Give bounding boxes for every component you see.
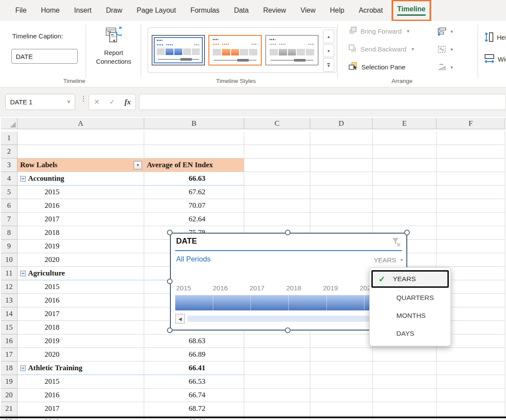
collapse-icon[interactable]: − xyxy=(20,365,26,371)
cancel-icon[interactable]: ✕ xyxy=(94,98,100,106)
cell-D5[interactable] xyxy=(310,186,373,199)
gallery-scroll-up-icon[interactable]: ▴ xyxy=(323,30,334,43)
timeline-style-gray[interactable] xyxy=(265,35,319,65)
group-objects-button[interactable]: ▾ xyxy=(437,45,453,54)
column-header-f[interactable]: F xyxy=(437,118,505,129)
cell-F9[interactable] xyxy=(437,240,505,253)
cell-A16[interactable]: 2019 xyxy=(17,334,144,348)
row-header-5[interactable]: 5 xyxy=(1,186,17,199)
cell-B21[interactable]: 68.72 xyxy=(144,402,244,416)
cell-D19[interactable] xyxy=(310,375,373,389)
bring-forward-button[interactable]: Bring Forward ▾ xyxy=(348,26,409,36)
timeline-style-blue[interactable] xyxy=(152,35,205,65)
cell-C3[interactable] xyxy=(244,158,310,172)
row-header-13[interactable]: 13 xyxy=(1,294,17,307)
tab-data[interactable]: Data xyxy=(234,7,249,14)
cell-B4[interactable]: 66.63 xyxy=(144,172,244,186)
timeline-style-orange[interactable] xyxy=(208,35,262,65)
cell-A3[interactable]: Row Labels▼ xyxy=(17,158,144,172)
cell-A19[interactable]: 2015 xyxy=(17,375,144,389)
row-header-4[interactable]: 4 xyxy=(1,172,17,186)
cell-E4[interactable] xyxy=(373,172,437,186)
cell-C18[interactable] xyxy=(244,361,310,375)
row-header-19[interactable]: 19 xyxy=(1,375,17,389)
cell-F1[interactable] xyxy=(437,131,505,145)
height-field[interactable]: Height xyxy=(484,31,506,43)
cell-D1[interactable] xyxy=(310,131,373,145)
cell-A10[interactable]: 2020 xyxy=(17,253,144,267)
row-header-7[interactable]: 7 xyxy=(1,213,17,226)
cell-A21[interactable]: 2017 xyxy=(17,402,144,416)
bar-segment-2017[interactable] xyxy=(251,295,289,310)
row-header-9[interactable]: 9 xyxy=(1,240,17,253)
cell-A9[interactable]: 2019 xyxy=(17,240,144,253)
tab-page-layout[interactable]: Page Layout xyxy=(137,7,176,14)
clear-filter-icon[interactable] xyxy=(391,236,402,248)
cell-B1[interactable] xyxy=(144,131,244,145)
cell-E18[interactable] xyxy=(373,361,437,375)
cell-B7[interactable]: 62.64 xyxy=(144,213,244,226)
collapse-icon[interactable]: − xyxy=(20,176,26,182)
cell-F2[interactable] xyxy=(437,145,505,158)
cell-E6[interactable] xyxy=(373,199,437,213)
tab-insert[interactable]: Insert xyxy=(74,7,91,14)
row-header-6[interactable]: 6 xyxy=(1,199,17,213)
gallery-more-icon[interactable]: ▾ xyxy=(323,58,334,72)
row-header-3[interactable]: 3 xyxy=(1,158,17,172)
cell-C16[interactable] xyxy=(244,334,310,348)
bar-segment-2018[interactable] xyxy=(289,295,327,310)
tab-formulas[interactable]: Formulas xyxy=(191,7,220,14)
cell-B19[interactable]: 66.53 xyxy=(144,375,244,389)
cell-F4[interactable] xyxy=(437,172,505,186)
cell-D16[interactable] xyxy=(310,334,373,348)
cell-A14[interactable]: 2017 xyxy=(17,307,144,321)
cell-B16[interactable]: 68.63 xyxy=(144,334,244,348)
cell-C6[interactable] xyxy=(244,199,310,213)
name-box-chevron-icon[interactable]: ˅ xyxy=(67,99,70,105)
cell-D18[interactable] xyxy=(310,361,373,375)
row-header-1[interactable]: 1 xyxy=(1,131,17,145)
cell-F6[interactable] xyxy=(437,199,505,213)
resize-handle-0[interactable] xyxy=(167,230,173,235)
enter-icon[interactable]: ✓ xyxy=(109,98,115,106)
cell-A7[interactable]: 2017 xyxy=(17,213,144,226)
cell-D3[interactable] xyxy=(310,158,373,172)
cell-E21[interactable] xyxy=(373,402,437,416)
cell-B20[interactable]: 66.74 xyxy=(144,389,244,402)
dropdown-item-days[interactable]: DAYS xyxy=(370,324,451,342)
resize-handle-5[interactable] xyxy=(285,327,291,333)
row-header-17[interactable]: 17 xyxy=(1,348,17,361)
dropdown-item-months[interactable]: MONTHS xyxy=(370,306,451,324)
cell-E19[interactable] xyxy=(373,375,437,389)
row-header-18[interactable]: 18 xyxy=(1,361,17,375)
cell-A17[interactable]: 2020 xyxy=(17,348,144,361)
cell-A11[interactable]: −Agriculture xyxy=(17,267,144,280)
cell-A15[interactable]: 2018 xyxy=(17,321,144,334)
tab-review[interactable]: Review xyxy=(263,7,286,14)
tab-help[interactable]: Help xyxy=(330,7,344,14)
cell-D17[interactable] xyxy=(310,348,373,361)
cell-C7[interactable] xyxy=(244,213,310,226)
row-header-10[interactable]: 10 xyxy=(1,253,17,267)
cell-A6[interactable]: 2016 xyxy=(17,199,144,213)
column-header-d[interactable]: D xyxy=(310,118,373,129)
cell-A2[interactable] xyxy=(17,145,144,158)
cell-E2[interactable] xyxy=(373,145,437,158)
cell-A20[interactable]: 2016 xyxy=(17,389,144,402)
tab-home[interactable]: Home xyxy=(41,7,60,14)
selection-pane-button[interactable]: Selection Pane xyxy=(348,62,405,72)
cell-A18[interactable]: −Athletic Training xyxy=(17,361,144,375)
tab-timeline[interactable]: Timeline xyxy=(397,5,426,16)
column-header-c[interactable]: C xyxy=(244,118,310,129)
row-labels-filter-icon[interactable]: ▼ xyxy=(134,161,142,169)
align-button[interactable]: ▾ xyxy=(437,27,453,36)
row-header-21[interactable]: 21 xyxy=(1,402,17,416)
cell-F19[interactable] xyxy=(437,375,505,389)
resize-handle-4[interactable] xyxy=(167,327,173,333)
row-header-15[interactable]: 15 xyxy=(1,321,17,334)
bar-segment-2016[interactable] xyxy=(213,295,251,310)
cell-E3[interactable] xyxy=(373,158,437,172)
cell-C21[interactable] xyxy=(244,402,310,416)
cell-E7[interactable] xyxy=(373,213,437,226)
cell-F7[interactable] xyxy=(437,213,505,226)
